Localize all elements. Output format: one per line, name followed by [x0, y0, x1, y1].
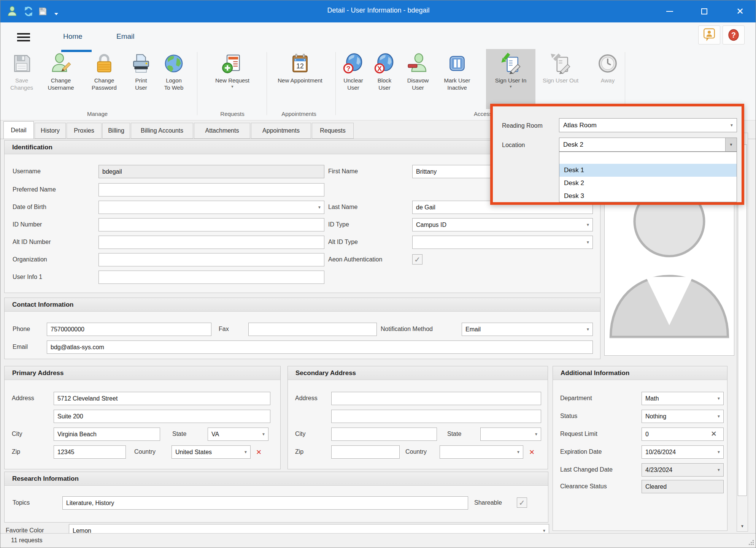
new-request-icon	[222, 53, 243, 74]
primary-address-line1-field[interactable]	[54, 392, 270, 405]
location-label: Location	[502, 142, 525, 149]
chevron-down-icon: ▼	[583, 223, 592, 227]
location-combo[interactable]: Desk 2 ▼	[559, 138, 737, 152]
reading-room-combo[interactable]: Atlas Room▼	[559, 118, 737, 132]
new-request-button[interactable]: New Request ▼	[201, 49, 264, 109]
change-username-button[interactable]: Change Username	[40, 49, 82, 109]
fax-field[interactable]	[248, 323, 377, 336]
clear-country-button[interactable]: ✕	[256, 448, 262, 456]
clearance-status-field[interactable]	[642, 480, 724, 493]
date-of-birth-label: Date of Birth	[13, 204, 46, 211]
minimize-button[interactable]	[659, 0, 681, 22]
expiration-date-combo[interactable]: 10/26/2024▼	[642, 445, 724, 459]
last-changed-date-combo[interactable]: 4/23/2024▼	[642, 463, 724, 477]
tab-detail[interactable]: Detail	[3, 121, 34, 139]
alt-id-number-field[interactable]	[98, 236, 324, 249]
ribbon-group-requests: Requests	[198, 111, 267, 117]
clear-request-limit-button[interactable]: ✕	[711, 429, 717, 438]
logon-to-web-button[interactable]: Logon To Web	[157, 49, 191, 109]
user-info-1-label: User Info 1	[13, 274, 42, 280]
clear-country-button[interactable]: ✕	[529, 448, 535, 456]
ribbon-tab-email[interactable]: Email	[116, 32, 135, 41]
primary-address-line2-field[interactable]	[54, 410, 270, 423]
maximize-button[interactable]	[693, 0, 715, 22]
list-item[interactable]: Desk 3	[559, 190, 737, 203]
secondary-country-combo[interactable]: ▼	[440, 445, 523, 459]
app-window: Detail - User Information - bdegail ✕ Ho…	[0, 0, 756, 548]
status-label: Status	[560, 413, 577, 420]
email-label: Email	[13, 344, 28, 350]
department-combo[interactable]: Math▼	[642, 392, 724, 405]
sign-user-out-button[interactable]: Sign User Out	[537, 49, 584, 109]
change-password-button[interactable]: Change Password	[83, 49, 125, 109]
username-label: Username	[13, 168, 41, 175]
list-item[interactable]: Desk 2	[559, 177, 737, 190]
topics-field[interactable]	[62, 496, 468, 510]
chevron-down-icon: ▼	[583, 240, 592, 244]
secondary-state-combo[interactable]: ▼	[480, 428, 541, 441]
close-button[interactable]: ✕	[729, 0, 751, 22]
away-button[interactable]: Away	[592, 49, 624, 109]
request-count: 11 requests	[11, 537, 42, 544]
save-changes-button[interactable]: Save Changes	[4, 49, 39, 109]
id-number-field[interactable]	[98, 218, 324, 231]
preferred-name-field[interactable]	[98, 183, 324, 196]
combo-dropdown-button[interactable]: ▼	[725, 138, 737, 151]
chevron-down-icon: ▼	[583, 327, 592, 331]
new-appointment-button[interactable]: 12 New Appointment	[267, 49, 334, 109]
alt-id-type-combo[interactable]: ▼	[412, 236, 593, 249]
primary-city-field[interactable]	[54, 428, 160, 441]
print-user-button[interactable]: Print User	[127, 49, 156, 109]
username-field[interactable]	[98, 165, 324, 178]
svg-text:?: ?	[731, 31, 736, 39]
date-of-birth-combo[interactable]: ▼	[98, 201, 324, 214]
primary-state-combo[interactable]: VA▼	[208, 428, 268, 441]
tab-appointments[interactable]: Appointments	[251, 123, 311, 139]
scroll-down-icon[interactable]: ▼	[737, 521, 748, 531]
unclear-user-button[interactable]: ? Unclear User	[338, 49, 368, 109]
city-label: City	[295, 431, 306, 437]
secondary-city-field[interactable]	[331, 428, 437, 441]
tab-requests[interactable]: Requests	[312, 123, 354, 139]
country-label: Country	[405, 448, 427, 455]
user-info-1-field[interactable]	[98, 271, 324, 284]
user-card-button[interactable]	[698, 25, 720, 44]
printer-icon	[130, 53, 152, 74]
tab-billing-accounts[interactable]: Billing Accounts	[131, 123, 193, 139]
ribbon-menu-icon[interactable]	[17, 33, 30, 43]
phone-field[interactable]	[47, 323, 211, 336]
primary-country-combo[interactable]: United States▼	[172, 445, 251, 459]
tab-billing[interactable]: Billing	[102, 123, 130, 139]
help-button[interactable]: ?	[723, 25, 745, 44]
list-item-highlighted[interactable]: Desk 1	[559, 164, 737, 177]
email-field[interactable]	[47, 341, 593, 354]
mark-user-inactive-button[interactable]: Mark User Inactive	[437, 49, 478, 109]
chevron-down-icon: ▼	[514, 450, 523, 454]
aeon-authentication-checkbox[interactable]: ✓	[412, 254, 422, 264]
block-user-button[interactable]: X Block User	[369, 49, 400, 109]
secondary-zip-field[interactable]	[331, 445, 400, 459]
secondary-address-line1-field[interactable]	[331, 392, 541, 405]
organization-field[interactable]	[98, 253, 324, 266]
tab-proxies[interactable]: Proxies	[67, 123, 102, 139]
state-label: State	[172, 431, 186, 437]
id-type-combo[interactable]: Campus ID▼	[412, 218, 593, 231]
secondary-address-line2-field[interactable]	[331, 410, 541, 423]
status-combo[interactable]: Nothing▼	[642, 410, 724, 423]
list-item[interactable]	[559, 152, 737, 164]
resize-grip-icon[interactable]	[748, 539, 754, 547]
disavow-user-button[interactable]: Disavow User	[400, 49, 435, 109]
shareable-checkbox[interactable]: ✓	[517, 497, 527, 508]
zip-label: Zip	[295, 448, 303, 455]
request-limit-label: Request Limit	[560, 431, 597, 437]
chevron-down-icon: ▼	[727, 123, 737, 127]
ribbon-tab-home[interactable]: Home	[63, 32, 83, 41]
sign-user-in-button[interactable]: Sign User In ▼	[486, 49, 535, 109]
address-label: Address	[12, 395, 34, 402]
notification-method-combo[interactable]: Email▼	[462, 323, 593, 336]
pause-icon	[446, 53, 468, 74]
tab-history[interactable]: History	[35, 123, 66, 139]
ribbon-group-manage: Manage	[61, 111, 133, 117]
primary-zip-field[interactable]	[54, 445, 126, 459]
tab-attachments[interactable]: Attachments	[194, 123, 250, 139]
